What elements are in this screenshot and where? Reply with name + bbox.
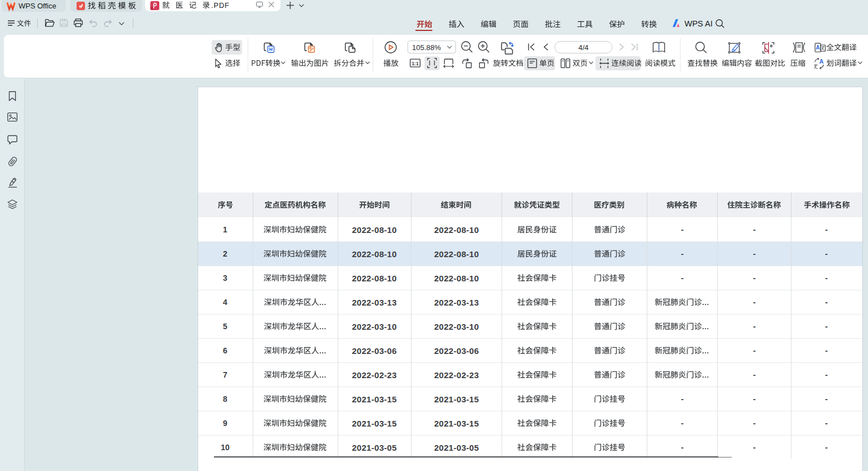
svg-text:A: A bbox=[816, 44, 820, 51]
svg-text:1:1: 1:1 bbox=[411, 61, 418, 66]
svg-text:A: A bbox=[820, 58, 824, 65]
